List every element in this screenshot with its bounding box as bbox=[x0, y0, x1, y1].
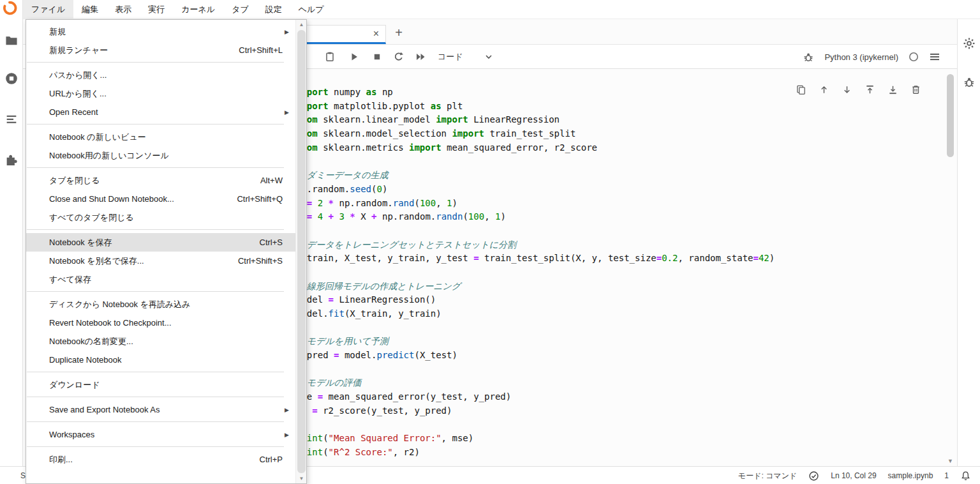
file-menu-item[interactable]: すべてのタブを閉じる bbox=[26, 208, 295, 227]
code-line bbox=[296, 266, 775, 280]
file-menu-item[interactable]: タブを閉じるAlt+W bbox=[26, 171, 295, 190]
code-line bbox=[296, 363, 775, 377]
move-up-icon[interactable] bbox=[819, 84, 829, 95]
kernel-menu-hamburger-icon[interactable] bbox=[929, 51, 940, 63]
file-menu-item[interactable]: Notebook用の新しいコンソール bbox=[26, 146, 295, 165]
code-line: # データをトレーニングセットとテストセットに分割 bbox=[296, 238, 775, 252]
paste-icon[interactable] bbox=[324, 51, 336, 63]
insert-above-icon[interactable] bbox=[865, 84, 875, 95]
notebook-mode-label[interactable]: モード: コマンド bbox=[738, 471, 797, 481]
scroll-up-icon[interactable]: ▲ bbox=[296, 22, 307, 27]
code-editor[interactable]: import numpy as npimport matplotlib.pypl… bbox=[296, 86, 775, 460]
trust-check-icon[interactable] bbox=[808, 471, 819, 481]
menu-item-label: Notebookの名前変更... bbox=[49, 336, 133, 347]
file-menu-item[interactable]: Revert Notebook to Checkpoint... bbox=[26, 314, 295, 332]
extensions-icon[interactable] bbox=[4, 153, 19, 167]
file-menu-item[interactable]: 新規ランチャーCtrl+Shift+L bbox=[26, 41, 295, 59]
file-menu-item[interactable]: 新規▶ bbox=[26, 22, 295, 41]
kernel-name-label[interactable]: Python 3 (ipykernel) bbox=[824, 52, 898, 62]
file-menu-items: 新規▶新規ランチャーCtrl+Shift+Lパスから開く...URLから開く..… bbox=[26, 22, 295, 469]
menu-item-label: ダウンロード bbox=[49, 379, 100, 391]
menubar-item[interactable]: 設定 bbox=[257, 0, 290, 19]
property-inspector-gear-icon[interactable] bbox=[963, 37, 977, 51]
submenu-arrow-icon: ▶ bbox=[285, 407, 292, 413]
file-menu-item[interactable]: Duplicate Notebook bbox=[26, 351, 295, 369]
file-menu-item[interactable]: Notebookの名前変更... bbox=[26, 332, 295, 351]
scroll-down-icon[interactable]: ▼ bbox=[296, 476, 307, 481]
new-tab-button[interactable]: + bbox=[390, 25, 407, 42]
code-line: print("Mean Squared Error:", mse) bbox=[296, 432, 775, 446]
menubar-item[interactable]: カーネル bbox=[173, 0, 223, 19]
cell-type-dropdown[interactable]: コード bbox=[438, 45, 493, 69]
menu-item-label: Revert Notebook to Checkpoint... bbox=[49, 318, 172, 328]
menu-separator bbox=[27, 421, 284, 422]
run-icon[interactable] bbox=[348, 51, 360, 63]
file-menu-item[interactable]: URLから開く... bbox=[26, 84, 295, 103]
debugger-bug-icon[interactable] bbox=[803, 51, 814, 63]
menu-item-label: 新規 bbox=[49, 26, 66, 38]
scrollbar-thumb[interactable] bbox=[947, 74, 954, 157]
debugger-sidebar-bug-icon[interactable] bbox=[963, 75, 977, 89]
notifications-bell-icon[interactable] bbox=[960, 471, 971, 481]
code-line bbox=[296, 418, 775, 432]
code-line: model.fit(X_train, y_train) bbox=[296, 307, 775, 321]
code-line: print("R^2 Score:", r2) bbox=[296, 446, 775, 460]
restart-icon[interactable] bbox=[393, 51, 405, 63]
left-activity-bar bbox=[0, 0, 23, 466]
code-line bbox=[296, 321, 775, 335]
file-menu-scrollbar[interactable]: ▲ ▼ bbox=[295, 20, 306, 483]
jupyter-logo bbox=[3, 1, 19, 18]
menu-separator bbox=[27, 397, 284, 397]
delete-cell-icon[interactable] bbox=[910, 84, 921, 95]
menubar-item[interactable]: 編集 bbox=[73, 0, 107, 19]
menubar-item[interactable]: ファイル bbox=[23, 0, 73, 19]
table-of-contents-icon[interactable] bbox=[4, 112, 19, 126]
file-menu-item[interactable]: Notebook の新しいビュー bbox=[26, 128, 295, 146]
tab-close-icon[interactable]: × bbox=[372, 29, 380, 39]
menu-separator bbox=[27, 62, 284, 63]
menu-bar: ファイル編集表示実行カーネルタブ設定ヘルプ bbox=[23, 0, 980, 19]
menu-separator bbox=[27, 446, 284, 447]
file-menu-item[interactable]: すべて保存 bbox=[26, 270, 295, 289]
file-menu-item[interactable]: ダウンロード bbox=[26, 375, 295, 394]
file-menu: 新規▶新規ランチャーCtrl+Shift+Lパスから開く...URLから開く..… bbox=[26, 19, 307, 484]
kernel-status-circle-icon[interactable] bbox=[909, 52, 919, 62]
menu-item-label: すべて保存 bbox=[49, 274, 91, 285]
file-menu-item[interactable]: パスから開く... bbox=[26, 66, 295, 84]
menu-item-label: Open Recent bbox=[49, 107, 98, 117]
file-menu-item[interactable]: ディスクから Notebook を再読み込み bbox=[26, 295, 295, 314]
running-sessions-icon[interactable] bbox=[4, 72, 19, 86]
menu-item-label: Notebook用の新しいコンソール bbox=[49, 150, 169, 162]
file-menu-item[interactable]: Close and Shut Down Notebook...Ctrl+Shif… bbox=[26, 190, 295, 208]
menu-scrollbar-thumb[interactable] bbox=[297, 30, 306, 473]
code-line bbox=[296, 155, 775, 169]
menu-separator bbox=[27, 229, 284, 230]
toolbar-right-cluster: Python 3 (ipykernel) bbox=[803, 45, 940, 69]
menubar-item[interactable]: 実行 bbox=[140, 0, 173, 19]
code-line: import matplotlib.pyplot as plt bbox=[296, 100, 775, 114]
notebook-scrollbar[interactable] bbox=[946, 73, 954, 452]
duplicate-cell-icon[interactable] bbox=[796, 84, 806, 95]
status-file-name[interactable]: sample.ipynb bbox=[888, 471, 933, 480]
file-browser-icon[interactable] bbox=[4, 33, 19, 47]
menu-item-label: Notebook を保存 bbox=[49, 237, 112, 248]
file-menu-item[interactable]: Notebook を保存Ctrl+S bbox=[26, 233, 295, 252]
insert-below-icon[interactable] bbox=[887, 84, 898, 95]
menu-item-shortcut: Ctrl+Shift+L bbox=[239, 45, 292, 55]
file-menu-item[interactable]: Workspaces▶ bbox=[26, 425, 295, 444]
cursor-position-label[interactable]: Ln 10, Col 29 bbox=[831, 471, 876, 480]
code-line: from sklearn.linear_model import LinearR… bbox=[296, 113, 775, 127]
move-down-icon[interactable] bbox=[842, 84, 852, 95]
menubar-item[interactable]: タブ bbox=[223, 0, 257, 19]
stop-icon[interactable] bbox=[371, 51, 383, 63]
menubar-item[interactable]: ヘルプ bbox=[290, 0, 332, 19]
code-line: # モデルを用いて予測 bbox=[296, 335, 775, 349]
run-all-icon[interactable] bbox=[415, 51, 426, 63]
file-menu-item[interactable]: Save and Export Notebook As▶ bbox=[26, 400, 295, 419]
file-menu-item[interactable]: Open Recent▶ bbox=[26, 103, 295, 121]
scroll-down-icon[interactable]: ▼ bbox=[947, 458, 953, 464]
jupyterlab-app: ファイル編集表示実行カーネルタブ設定ヘルプ sample.ipynb × + コ… bbox=[0, 0, 980, 484]
file-menu-item[interactable]: Notebook を別名で保存...Ctrl+Shift+S bbox=[26, 252, 295, 270]
file-menu-item[interactable]: 印刷...Ctrl+P bbox=[26, 450, 295, 469]
menubar-item[interactable]: 表示 bbox=[107, 0, 140, 19]
